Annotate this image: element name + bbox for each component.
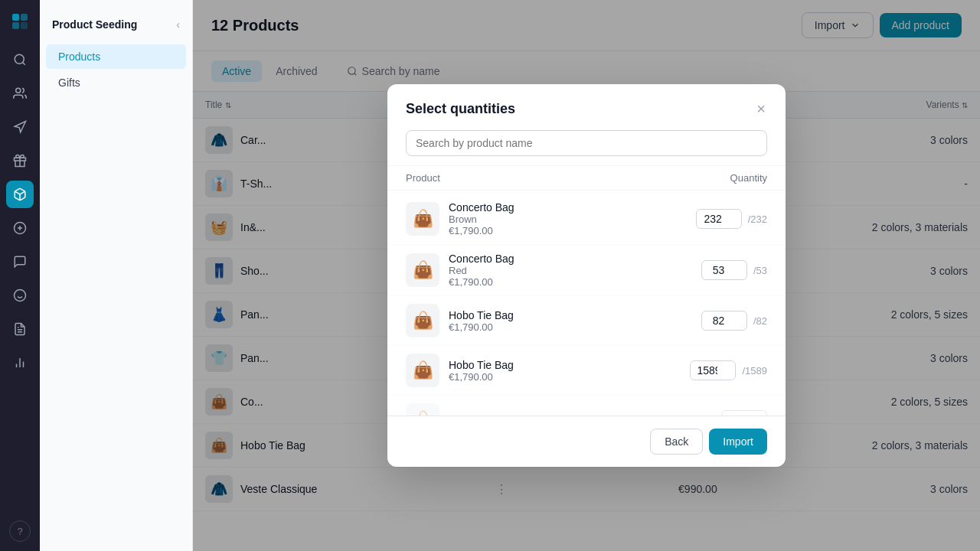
nav-item-gifts[interactable]: Gifts bbox=[46, 70, 186, 95]
svg-rect-2 bbox=[12, 22, 19, 29]
svg-rect-3 bbox=[21, 22, 28, 29]
collapse-icon[interactable]: ‹ bbox=[176, 18, 180, 31]
product-info: Hobo Tie Bag €1,790.00 bbox=[449, 359, 681, 383]
left-navigation: Product Seeding ‹ Products Gifts bbox=[40, 0, 193, 551]
modal-search-area bbox=[387, 130, 786, 165]
select-quantities-modal: Select quantities × Product Quantity 👜 C… bbox=[387, 84, 786, 467]
modal-title: Select quantities bbox=[406, 101, 515, 117]
modal-close-button[interactable]: × bbox=[755, 99, 767, 118]
import-modal-button[interactable]: Import bbox=[709, 429, 767, 455]
product-price: €1,790.00 bbox=[449, 225, 687, 236]
col-quantity-label: Quantity bbox=[730, 172, 767, 184]
svg-rect-1 bbox=[21, 14, 28, 21]
help-icon[interactable]: ? bbox=[9, 520, 31, 542]
report-icon[interactable] bbox=[6, 315, 34, 343]
product-price: €1,790.00 bbox=[449, 276, 692, 288]
gift-icon[interactable] bbox=[6, 147, 34, 174]
product-info: Hobo Tie Bag bbox=[449, 414, 712, 416]
max-quantity: /82 bbox=[753, 315, 767, 327]
quantity-field bbox=[721, 410, 767, 416]
max-quantity: /1589 bbox=[742, 365, 767, 377]
product-name: Concerto Bag bbox=[449, 253, 692, 265]
modal-product-row: 👜 Concerto Bag Red €1,790.00 /53 bbox=[387, 245, 786, 296]
main-content: 12 Products Import Add product Active Ar… bbox=[193, 0, 980, 551]
product-image: 👜 bbox=[406, 304, 439, 337]
quantity-input[interactable] bbox=[701, 311, 747, 331]
svg-point-13 bbox=[15, 290, 26, 302]
product-image: 👜 bbox=[406, 354, 439, 387]
users-icon[interactable] bbox=[6, 80, 34, 107]
quantity-input[interactable] bbox=[696, 209, 742, 229]
product-price: €1,790.00 bbox=[449, 321, 692, 333]
modal-header: Select quantities × bbox=[387, 84, 786, 130]
product-info: Hobo Tie Bag €1,790.00 bbox=[449, 309, 692, 333]
product-image: 👜 bbox=[406, 403, 439, 416]
product-image: 👜 bbox=[406, 202, 439, 236]
svg-rect-0 bbox=[12, 14, 19, 21]
quantity-input[interactable] bbox=[701, 260, 747, 280]
product-image: 👜 bbox=[406, 253, 439, 287]
megaphone-icon[interactable] bbox=[6, 113, 34, 141]
product-search-input[interactable] bbox=[406, 130, 767, 156]
sidebar: ? bbox=[0, 0, 40, 551]
product-name: Concerto Bag bbox=[449, 201, 687, 214]
modal-product-row: 👜 Hobo Tie Bag €1,790.00 /82 bbox=[387, 296, 786, 346]
product-name: Hobo Tie Bag bbox=[449, 414, 712, 416]
svg-line-5 bbox=[22, 62, 24, 64]
modal-overlay: Select quantities × Product Quantity 👜 C… bbox=[193, 0, 980, 551]
tag-icon[interactable] bbox=[6, 282, 34, 309]
quantity-input[interactable] bbox=[690, 360, 736, 380]
quantity-field: /1589 bbox=[690, 360, 767, 380]
svg-point-4 bbox=[15, 54, 24, 64]
product-info: Concerto Bag Brown €1,790.00 bbox=[449, 201, 687, 236]
modal-product-row: 👜 Hobo Tie Bag bbox=[387, 396, 786, 416]
modal-product-list: 👜 Concerto Bag Brown €1,790.00 /232 👜 Co… bbox=[387, 191, 786, 416]
chart-icon[interactable] bbox=[6, 349, 34, 377]
product-variant: Brown bbox=[449, 214, 687, 225]
product-info: Concerto Bag Red €1,790.00 bbox=[449, 253, 692, 288]
coin-icon[interactable] bbox=[6, 214, 34, 242]
product-name: Hobo Tie Bag bbox=[449, 359, 681, 371]
quantity-input[interactable] bbox=[721, 410, 767, 416]
max-quantity: /232 bbox=[748, 214, 767, 225]
max-quantity: /53 bbox=[753, 265, 767, 276]
nav-item-products[interactable]: Products bbox=[46, 44, 186, 69]
quantity-field: /82 bbox=[701, 311, 767, 331]
app-logo bbox=[8, 9, 32, 34]
product-name: Hobo Tie Bag bbox=[449, 309, 692, 321]
modal-product-row: 👜 Concerto Bag Brown €1,790.00 /232 bbox=[387, 194, 786, 245]
modal-footer: Back Import bbox=[387, 416, 786, 467]
chat-icon[interactable] bbox=[6, 248, 34, 276]
product-price: €1,790.00 bbox=[449, 371, 681, 383]
col-product-label: Product bbox=[406, 172, 440, 184]
product-variant: Red bbox=[449, 265, 692, 276]
search-icon[interactable] bbox=[6, 46, 34, 73]
quantity-field: /232 bbox=[696, 209, 767, 229]
left-nav-title: Product Seeding bbox=[52, 18, 137, 31]
back-button[interactable]: Back bbox=[650, 429, 703, 455]
quantity-field: /53 bbox=[701, 260, 767, 280]
left-nav-header: Product Seeding ‹ bbox=[40, 12, 192, 43]
box-icon[interactable] bbox=[6, 181, 34, 208]
svg-point-6 bbox=[16, 88, 21, 93]
modal-column-headers: Product Quantity bbox=[387, 165, 786, 191]
modal-product-row: 👜 Hobo Tie Bag €1,790.00 /1589 bbox=[387, 346, 786, 396]
